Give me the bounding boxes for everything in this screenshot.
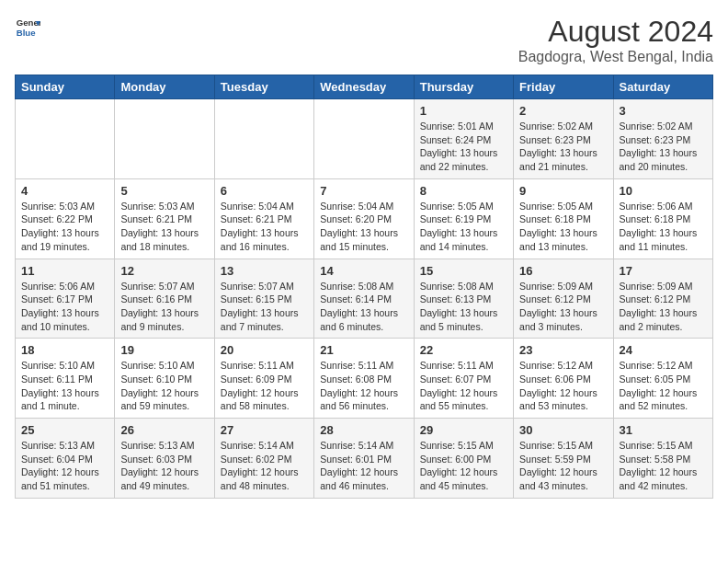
table-row: 20Sunrise: 5:11 AM Sunset: 6:09 PM Dayli… — [214, 339, 313, 419]
day-info: Sunrise: 5:04 AM Sunset: 6:21 PM Dayligh… — [221, 200, 308, 254]
day-number: 29 — [420, 423, 507, 437]
col-monday: Monday — [115, 75, 214, 99]
table-row: 24Sunrise: 5:12 AM Sunset: 6:05 PM Dayli… — [613, 339, 712, 419]
day-info: Sunrise: 5:02 AM Sunset: 6:23 PM Dayligh… — [519, 120, 607, 174]
logo: General Blue — [15, 15, 40, 40]
week-row-2: 4Sunrise: 5:03 AM Sunset: 6:22 PM Daylig… — [16, 178, 713, 259]
table-row: 3Sunrise: 5:02 AM Sunset: 6:23 PM Daylig… — [613, 99, 712, 179]
col-sunday: Sunday — [16, 75, 115, 99]
day-info: Sunrise: 5:03 AM Sunset: 6:22 PM Dayligh… — [21, 200, 108, 254]
day-number: 28 — [320, 423, 407, 437]
table-row: 30Sunrise: 5:15 AM Sunset: 5:59 PM Dayli… — [514, 419, 613, 499]
table-row: 31Sunrise: 5:15 AM Sunset: 5:58 PM Dayli… — [613, 419, 712, 499]
day-number: 19 — [120, 343, 208, 357]
day-number: 5 — [120, 184, 208, 198]
day-number: 26 — [120, 423, 208, 437]
day-info: Sunrise: 5:14 AM Sunset: 6:02 PM Dayligh… — [221, 439, 308, 493]
day-info: Sunrise: 5:09 AM Sunset: 6:12 PM Dayligh… — [620, 280, 707, 334]
table-row: 2Sunrise: 5:02 AM Sunset: 6:23 PM Daylig… — [514, 99, 613, 179]
day-number: 10 — [620, 184, 707, 198]
week-row-4: 18Sunrise: 5:10 AM Sunset: 6:11 PM Dayli… — [16, 339, 713, 419]
day-number: 3 — [620, 104, 707, 118]
table-row: 4Sunrise: 5:03 AM Sunset: 6:22 PM Daylig… — [16, 178, 115, 259]
table-row: 29Sunrise: 5:15 AM Sunset: 6:00 PM Dayli… — [414, 419, 513, 499]
table-row: 26Sunrise: 5:13 AM Sunset: 6:03 PM Dayli… — [115, 419, 214, 499]
day-info: Sunrise: 5:04 AM Sunset: 6:20 PM Dayligh… — [320, 200, 407, 254]
table-row: 7Sunrise: 5:04 AM Sunset: 6:20 PM Daylig… — [314, 178, 414, 259]
calendar-table: Sunday Monday Tuesday Wednesday Thursday… — [15, 75, 713, 499]
table-row: 8Sunrise: 5:05 AM Sunset: 6:19 PM Daylig… — [414, 178, 513, 259]
col-thursday: Thursday — [414, 75, 513, 99]
day-info: Sunrise: 5:09 AM Sunset: 6:12 PM Dayligh… — [519, 280, 607, 334]
day-info: Sunrise: 5:12 AM Sunset: 6:05 PM Dayligh… — [620, 359, 707, 413]
table-row: 17Sunrise: 5:09 AM Sunset: 6:12 PM Dayli… — [613, 259, 712, 339]
table-row: 14Sunrise: 5:08 AM Sunset: 6:14 PM Dayli… — [314, 259, 414, 339]
day-number: 7 — [320, 184, 407, 198]
table-row: 27Sunrise: 5:14 AM Sunset: 6:02 PM Dayli… — [214, 419, 313, 499]
week-row-1: 1Sunrise: 5:01 AM Sunset: 6:24 PM Daylig… — [16, 99, 713, 179]
day-info: Sunrise: 5:11 AM Sunset: 6:07 PM Dayligh… — [420, 359, 507, 413]
table-row: 13Sunrise: 5:07 AM Sunset: 6:15 PM Dayli… — [214, 259, 313, 339]
day-info: Sunrise: 5:10 AM Sunset: 6:11 PM Dayligh… — [21, 359, 108, 413]
day-info: Sunrise: 5:14 AM Sunset: 6:01 PM Dayligh… — [320, 439, 407, 493]
day-number: 8 — [420, 184, 507, 198]
day-number: 18 — [21, 343, 108, 357]
table-row: 21Sunrise: 5:11 AM Sunset: 6:08 PM Dayli… — [314, 339, 414, 419]
day-number: 1 — [420, 104, 507, 118]
day-info: Sunrise: 5:01 AM Sunset: 6:24 PM Dayligh… — [420, 120, 507, 174]
day-info: Sunrise: 5:11 AM Sunset: 6:08 PM Dayligh… — [320, 359, 407, 413]
day-number: 11 — [21, 264, 108, 278]
day-number: 4 — [21, 184, 108, 198]
table-row: 10Sunrise: 5:06 AM Sunset: 6:18 PM Dayli… — [613, 178, 712, 259]
calendar-title: August 2024 — [518, 15, 713, 49]
table-row: 19Sunrise: 5:10 AM Sunset: 6:10 PM Dayli… — [115, 339, 214, 419]
table-row: 6Sunrise: 5:04 AM Sunset: 6:21 PM Daylig… — [214, 178, 313, 259]
day-info: Sunrise: 5:02 AM Sunset: 6:23 PM Dayligh… — [620, 120, 707, 174]
table-row — [16, 99, 115, 179]
day-info: Sunrise: 5:15 AM Sunset: 5:58 PM Dayligh… — [620, 439, 707, 493]
day-number: 24 — [620, 343, 707, 357]
day-info: Sunrise: 5:07 AM Sunset: 6:16 PM Dayligh… — [120, 280, 208, 334]
svg-text:Blue: Blue — [17, 28, 36, 38]
logo-icon: General Blue — [15, 15, 40, 40]
table-row: 1Sunrise: 5:01 AM Sunset: 6:24 PM Daylig… — [414, 99, 513, 179]
week-row-3: 11Sunrise: 5:06 AM Sunset: 6:17 PM Dayli… — [16, 259, 713, 339]
day-number: 16 — [519, 264, 607, 278]
day-info: Sunrise: 5:11 AM Sunset: 6:09 PM Dayligh… — [221, 359, 308, 413]
day-info: Sunrise: 5:07 AM Sunset: 6:15 PM Dayligh… — [221, 280, 308, 334]
day-number: 6 — [221, 184, 308, 198]
day-info: Sunrise: 5:05 AM Sunset: 6:19 PM Dayligh… — [420, 200, 507, 254]
day-info: Sunrise: 5:06 AM Sunset: 6:18 PM Dayligh… — [620, 200, 707, 254]
day-info: Sunrise: 5:05 AM Sunset: 6:18 PM Dayligh… — [519, 200, 607, 254]
day-number: 17 — [620, 264, 707, 278]
day-number: 21 — [320, 343, 407, 357]
day-number: 12 — [120, 264, 208, 278]
col-friday: Friday — [514, 75, 613, 99]
day-number: 23 — [519, 343, 607, 357]
day-number: 27 — [221, 423, 308, 437]
calendar-subtitle: Bagdogra, West Bengal, India — [518, 49, 713, 65]
table-row: 25Sunrise: 5:13 AM Sunset: 6:04 PM Dayli… — [16, 419, 115, 499]
table-row: 18Sunrise: 5:10 AM Sunset: 6:11 PM Dayli… — [16, 339, 115, 419]
table-row — [214, 99, 313, 179]
title-block: August 2024 Bagdogra, West Bengal, India — [518, 15, 713, 65]
day-info: Sunrise: 5:12 AM Sunset: 6:06 PM Dayligh… — [519, 359, 607, 413]
day-info: Sunrise: 5:08 AM Sunset: 6:13 PM Dayligh… — [420, 280, 507, 334]
table-row: 23Sunrise: 5:12 AM Sunset: 6:06 PM Dayli… — [514, 339, 613, 419]
table-row: 15Sunrise: 5:08 AM Sunset: 6:13 PM Dayli… — [414, 259, 513, 339]
day-info: Sunrise: 5:15 AM Sunset: 5:59 PM Dayligh… — [519, 439, 607, 493]
col-saturday: Saturday — [613, 75, 712, 99]
table-row: 5Sunrise: 5:03 AM Sunset: 6:21 PM Daylig… — [115, 178, 214, 259]
table-row: 16Sunrise: 5:09 AM Sunset: 6:12 PM Dayli… — [514, 259, 613, 339]
day-info: Sunrise: 5:15 AM Sunset: 6:00 PM Dayligh… — [420, 439, 507, 493]
day-info: Sunrise: 5:06 AM Sunset: 6:17 PM Dayligh… — [21, 280, 108, 334]
header-row: Sunday Monday Tuesday Wednesday Thursday… — [16, 75, 713, 99]
day-info: Sunrise: 5:13 AM Sunset: 6:03 PM Dayligh… — [120, 439, 208, 493]
day-number: 25 — [21, 423, 108, 437]
day-number: 30 — [519, 423, 607, 437]
day-info: Sunrise: 5:13 AM Sunset: 6:04 PM Dayligh… — [21, 439, 108, 493]
day-number: 31 — [620, 423, 707, 437]
day-number: 13 — [221, 264, 308, 278]
table-row: 12Sunrise: 5:07 AM Sunset: 6:16 PM Dayli… — [115, 259, 214, 339]
day-number: 14 — [320, 264, 407, 278]
